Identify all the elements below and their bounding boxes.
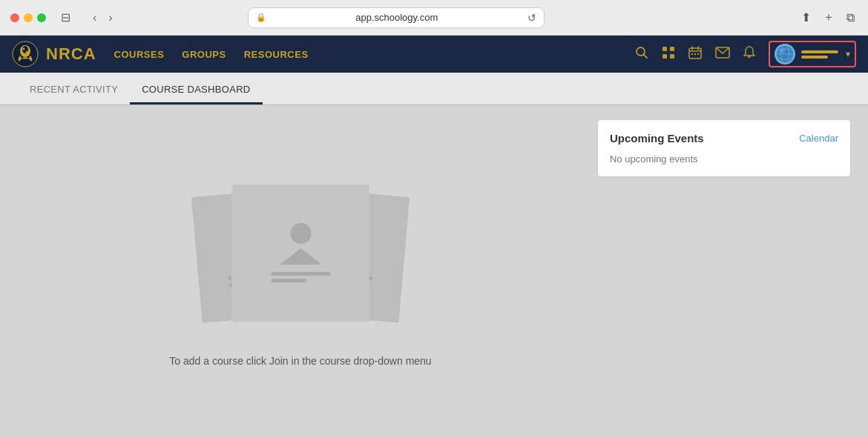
messages-icon[interactable] [715,47,730,62]
new-tab-button[interactable]: ＋ [820,7,838,28]
app-navbar: NRCA COURSES GROUPS RESOURCES [0,36,868,73]
nav-groups[interactable]: GROUPS [182,49,226,60]
tabs-button[interactable]: ⧉ [844,8,858,27]
events-title: Upcoming Events [610,132,704,145]
calendar-link[interactable]: Calendar [799,133,838,144]
back-button[interactable]: ‹ [88,8,101,27]
no-events-text: No upcoming events [610,153,838,165]
tabs-bar: RECENT ACTIVITY COURSE DASHBOARD [0,73,868,105]
courses-area: To add a course click Join in the course… [18,120,583,423]
svg-point-3 [23,48,25,50]
logo-area[interactable]: NRCA [12,41,96,67]
tab-course-dashboard[interactable]: COURSE DASHBOARD [130,76,262,104]
nav-courses[interactable]: COURSES [114,49,165,60]
browser-actions: ⬆ ＋ ⧉ [798,7,858,28]
url-text: app.schoology.com [271,12,523,23]
user-name-bars [801,50,838,59]
forward-button[interactable]: › [104,8,116,27]
close-button[interactable] [10,13,19,22]
maximize-button[interactable] [37,13,46,22]
svg-rect-7 [670,47,674,51]
upcoming-events-card: Upcoming Events Calendar No upcoming eve… [598,120,850,176]
svg-point-24 [780,49,785,53]
name-bar-2 [801,56,828,59]
svg-rect-15 [694,53,696,55]
name-bar-1 [801,50,838,53]
svg-line-5 [644,54,648,58]
browser-chrome: ⊟ ‹ › 🔒 app.schoology.com ↺ ⬆ ＋ ⧉ [0,0,868,36]
course-card-placeholder-front [232,185,369,322]
events-header: Upcoming Events Calendar [610,132,838,145]
notifications-icon[interactable] [743,46,755,63]
reload-icon[interactable]: ↺ [527,12,536,24]
right-sidebar: Upcoming Events Calendar No upcoming eve… [598,120,850,423]
minimize-button[interactable] [24,13,33,22]
nav-links: COURSES GROUPS RESOURCES [114,49,309,60]
content-area: RECENT ACTIVITY COURSE DASHBOARD [0,73,868,438]
tab-recent-activity[interactable]: RECENT ACTIVITY [18,76,130,104]
search-icon[interactable] [635,46,648,63]
traffic-lights [10,13,46,22]
nav-right: ▾ [635,41,856,67]
address-bar[interactable]: 🔒 app.schoology.com ↺ [248,7,545,28]
svg-rect-6 [662,47,667,51]
user-menu-chevron: ▾ [846,49,850,59]
avatar [775,44,795,64]
sidebar-toggle-button[interactable]: ⊟ [56,7,75,27]
share-button[interactable]: ⬆ [798,7,814,27]
main-content: To add a course click Join in the course… [0,105,868,438]
browser-nav: ‹ › [88,8,117,27]
course-placeholder-group [197,177,404,340]
svg-rect-16 [697,53,699,55]
nav-resources[interactable]: RESOURCES [244,49,309,60]
svg-rect-14 [691,53,693,55]
placeholder-icon [271,223,330,282]
logo-text: NRCA [46,44,96,64]
user-menu[interactable]: ▾ [769,41,856,67]
svg-rect-9 [670,54,674,59]
lock-icon: 🔒 [256,13,266,22]
svg-rect-8 [662,54,667,59]
nrca-logo-icon [12,41,39,67]
calendar-icon[interactable] [688,46,702,63]
empty-courses-message: To add a course click Join in the course… [169,355,431,367]
apps-grid-icon[interactable] [662,46,675,63]
